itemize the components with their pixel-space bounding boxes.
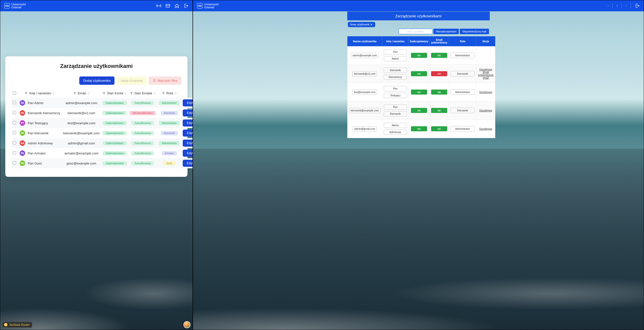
row-checkbox[interactable] xyxy=(13,161,16,164)
table-row: PA Pan Armator armator@example.com Zaakc… xyxy=(11,148,193,158)
search-input[interactable] xyxy=(398,29,432,34)
new-user-dropdown[interactable]: Nowy użytkownik ▼ xyxy=(348,22,375,27)
edit-button[interactable]: Edytuj xyxy=(183,99,193,106)
table-row: test@example.com Pan Testujący tak tak A… xyxy=(347,83,495,101)
brand-line2: Gdański xyxy=(11,6,26,9)
tag-account-state: Zaakceptowane xyxy=(103,131,127,135)
cell-firstname: Pan xyxy=(384,104,407,110)
edit-button[interactable]: Edytuj xyxy=(183,109,193,116)
rcol-role: Rola xyxy=(449,36,476,46)
rcol-econf: Email potwierdzony xyxy=(430,36,449,46)
cell-lastname: Admin xyxy=(384,56,407,61)
sort-icon: ◇ xyxy=(53,92,55,95)
row-checkbox[interactable] xyxy=(13,101,16,104)
logo-mark: UG xyxy=(4,3,10,9)
col-name[interactable]: Imię i nazwisko ◇ xyxy=(18,89,62,98)
cell-username: admin@example.com xyxy=(351,53,379,58)
rcol-accepted: Zaakceptowany xyxy=(408,36,429,46)
table-row: kierownik@o2.com Kierownik Kierowniczy t… xyxy=(347,65,495,83)
edit-button[interactable]: Edytuj xyxy=(183,119,193,127)
email-confirmed-pill: tak xyxy=(431,126,447,131)
cell-firstname: Admin xyxy=(384,123,407,128)
deactivate-link[interactable]: Dezaktywuj xyxy=(478,109,494,112)
cell-username: test@example.com xyxy=(352,90,377,95)
row-checkbox[interactable] xyxy=(13,111,16,114)
filter-not-accepted-button[interactable]: Niezaakceptowani xyxy=(433,29,459,34)
row-checkbox[interactable] xyxy=(13,151,16,154)
clear-filters-button[interactable]: Wyczyść filtry xyxy=(149,76,181,85)
filter-not-confirmed-button[interactable]: Niepotwierdzony mail xyxy=(460,29,489,34)
cell-firstname: Pan xyxy=(384,86,407,91)
col-emailstate-label: Stan Emaila xyxy=(134,91,152,95)
email-confirmed-pill: nie xyxy=(431,71,447,76)
cell-name: Kierownik Kierowniczy xyxy=(28,111,60,115)
cell-email: armator@example.com xyxy=(62,148,101,158)
tanstack-badge[interactable]: TanStack Router xyxy=(2,322,32,328)
group-actions-button[interactable]: Akcje Grupowe xyxy=(117,76,147,85)
edit-button[interactable]: Edytuj xyxy=(183,140,193,147)
col-role[interactable]: Rola ◇ xyxy=(157,89,181,98)
table-row: PG Pan Gosc gosc@example.com Zaakceptowa… xyxy=(11,158,193,168)
cell-email: admin@gmail.com xyxy=(62,138,101,148)
add-user-button[interactable]: Dodaj użytkownika xyxy=(79,76,115,85)
row-checkbox[interactable] xyxy=(13,131,16,134)
broadcast-icon[interactable] xyxy=(608,3,613,8)
avatar: AA xyxy=(20,140,25,146)
cell-role: Kierownik xyxy=(450,108,475,113)
table-row: KK Kierownik Kierowniczy kierownik@o2.co… xyxy=(11,108,193,118)
table-row: AA Admin Adminowy admin@gmail.com Zaakce… xyxy=(11,138,193,148)
tag-role: Administrator xyxy=(159,121,180,125)
brand-line2: Gdański xyxy=(204,6,218,9)
edit-button[interactable]: Edytuj xyxy=(183,130,193,137)
deactivate-link[interactable]: Dezaktywuj xyxy=(478,128,494,130)
mail-icon[interactable] xyxy=(165,3,170,8)
clear-filters-label: Wyczyść filtry xyxy=(158,79,177,82)
sort-icon: ◇ xyxy=(87,92,89,95)
deactivate-link[interactable]: Dezaktywuj xyxy=(478,91,494,94)
tag-role: Armator xyxy=(162,151,177,155)
brand-line1: Uniwersytet xyxy=(11,3,26,6)
col-acct[interactable]: Stan Konta ◇ xyxy=(101,89,128,98)
edit-button[interactable]: Edytuj xyxy=(183,160,193,167)
users-panel-right: Zarządzanie użytkownikami Nowy użytkowni… xyxy=(347,12,490,138)
cell-email: gosc@example.com xyxy=(62,158,101,168)
header-icons-left xyxy=(156,3,188,8)
filter-icon xyxy=(130,92,133,95)
tag-account-state: Zaakceptowane xyxy=(103,111,127,115)
tag-account-state: Zaakceptowane xyxy=(103,101,127,105)
table-row: kierownik@example.com Pan Kierownik tak … xyxy=(347,101,495,120)
page-title-left: Zarządzanie użytkownikami xyxy=(11,63,181,69)
deactivate-link[interactable]: Dezaktywuj xyxy=(478,68,494,71)
home-icon[interactable] xyxy=(626,3,631,8)
cell-username: admin@gmail.com xyxy=(353,126,377,132)
col-email[interactable]: Email ◇ xyxy=(62,89,101,98)
rcol-name: Imię i nazwisko xyxy=(382,36,408,46)
cell-role: Administrator xyxy=(450,53,475,58)
tag-role: Gość xyxy=(163,161,175,166)
row-checkbox[interactable] xyxy=(13,121,16,124)
tag-account-state: Zaakceptowane xyxy=(103,121,127,125)
cell-name: Pan Kierownik xyxy=(28,131,49,135)
col-select xyxy=(11,89,18,98)
tag-email-state: Zweryfikowany xyxy=(131,161,154,166)
logout-icon[interactable] xyxy=(183,3,188,8)
home-icon[interactable] xyxy=(174,3,179,8)
edit-button[interactable]: Edytuj xyxy=(183,150,193,157)
col-emailstate[interactable]: Stan Emaila ◇ xyxy=(128,89,157,98)
avatar: PT xyxy=(20,120,25,126)
page-title-right: Zarządzanie użytkownikami xyxy=(347,12,490,20)
sort-icon: ◇ xyxy=(154,92,156,95)
row-checkbox[interactable] xyxy=(13,141,16,144)
select-all-checkbox[interactable] xyxy=(13,91,16,95)
floating-dev-icon[interactable] xyxy=(183,321,191,328)
resend-email-link[interactable]: Wyślij potwierdzenie email xyxy=(478,71,494,79)
tag-email-state: Zweryfikowany xyxy=(131,131,154,135)
accepted-pill: tak xyxy=(411,108,427,113)
card-actions: Dodaj użytkownika Akcje Grupowe Wyczyść … xyxy=(11,76,181,85)
mail-icon[interactable] xyxy=(617,3,622,8)
filter-icon xyxy=(162,92,165,95)
cell-lastname: Adminowy xyxy=(384,130,407,135)
logout-icon[interactable] xyxy=(635,3,640,8)
right-pane: UG Uniwersytet Gdański Zarządzanie użytk… xyxy=(193,0,644,330)
broadcast-icon[interactable] xyxy=(156,3,161,8)
